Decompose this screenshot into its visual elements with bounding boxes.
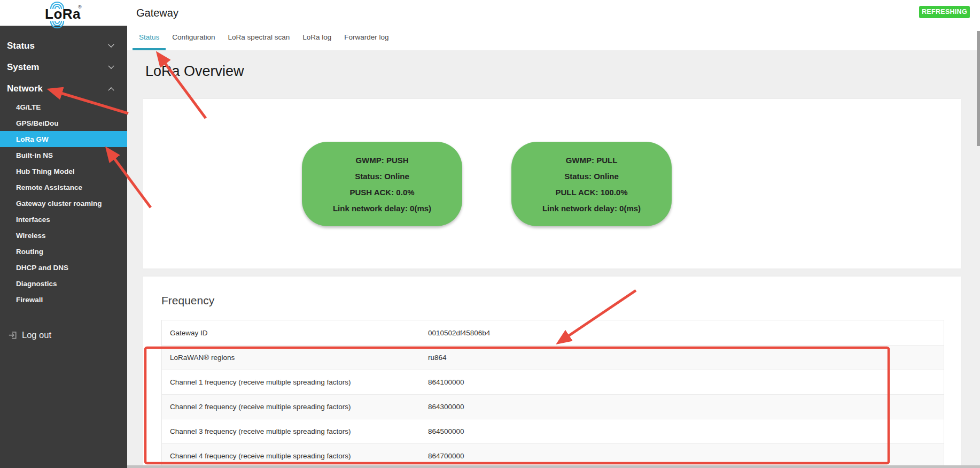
page-title: LoRa Overview [145,63,244,80]
header-bar: LoRa ® Gateway REFRESHING [0,0,980,26]
status-line: GWMP: PUSH [355,156,408,165]
logo-registered-mark: ® [78,4,82,10]
row-label: Gateway ID [170,329,208,337]
page-header-title: Gateway [136,0,178,26]
status-line: Link network delay: 0(ms) [333,204,431,213]
row-value: 864500000 [428,427,464,435]
sidebar-item-4g-lte[interactable]: 4G/LTE [0,99,127,115]
status-line: Status: Online [564,172,619,181]
refreshing-button[interactable]: REFRESHING [919,6,970,18]
chevron-up-icon [108,87,114,93]
sidebar-item-interfaces[interactable]: Interfaces [0,211,127,227]
tab-lora-log[interactable]: LoRa log [296,26,338,50]
row-label: Channel 4 frequency (receive multiple sp… [170,452,351,460]
row-value: 0010502df45806b4 [428,329,490,337]
app-root: LoRa ® Gateway REFRESHING Status System … [0,0,980,468]
logout-button[interactable]: Log out [0,325,127,344]
status-line: GWMP: PULL [566,156,618,165]
frequency-table: Gateway ID 0010502df45806b4 LoRaWAN® reg… [161,320,944,468]
sidebar-item-built-in-ns[interactable]: Built-in NS [0,147,127,163]
status-line: Link network delay: 0(ms) [542,204,641,213]
frequency-heading: Frequency [161,294,214,307]
sidebar-item-dhcp-and-dns[interactable]: DHCP and DNS [0,259,127,275]
tab-forwarder-log[interactable]: Forwarder log [338,26,395,50]
sidebar-item-lora-gw[interactable]: LoRa GW [0,131,127,147]
table-row: LoRaWAN® regions ru864 [162,345,944,370]
sidebar-section-label: Network [7,83,43,94]
row-value: ru864 [428,354,447,362]
tab-bar: Status Configuration LoRa spectral scan … [127,26,980,50]
chevron-down-icon [108,63,114,69]
row-label: Channel 1 frequency (receive multiple sp… [170,378,351,386]
sidebar-section-system[interactable]: System [0,57,127,78]
row-label: Channel 3 frequency (receive multiple sp… [170,427,351,435]
lora-logo: LoRa ® [37,3,85,25]
chevron-down-icon [108,42,114,48]
sidebar-item-firewall[interactable]: Firewall [0,291,127,308]
row-value: 864100000 [428,378,464,386]
status-line: PULL ACK: 100.0% [555,188,627,197]
gwmp-pull-status-card: GWMP: PULL Status: Online PULL ACK: 100.… [511,142,672,226]
row-value: 864300000 [428,403,464,411]
logout-label: Log out [22,330,51,340]
logout-icon [7,330,18,340]
sidebar-item-wireless[interactable]: Wireless [0,227,127,243]
sidebar-item-remote-assistance[interactable]: Remote Assistance [0,179,127,195]
table-row: Channel 3 frequency (receive multiple sp… [162,419,944,443]
sidebar: Status System Network 4G/LTE GPS/BeiDou … [0,26,127,468]
sidebar-item-diagnostics[interactable]: Diagnostics [0,275,127,291]
sidebar-item-gps-beidou[interactable]: GPS/BeiDou [0,115,127,131]
row-label: Channel 2 frequency (receive multiple sp… [170,403,351,411]
table-row: Channel 4 frequency (receive multiple sp… [162,443,944,468]
sidebar-section-label: System [7,62,39,73]
sidebar-section-label: Status [7,41,35,51]
sidebar-item-routing[interactable]: Routing [0,243,127,259]
status-line: Status: Online [355,172,409,181]
row-value: 864700000 [428,452,464,460]
tab-configuration[interactable]: Configuration [166,26,221,50]
window-bottom-edge [127,465,980,468]
overview-card: GWMP: PUSH Status: Online PUSH ACK: 0.0%… [143,99,961,268]
sidebar-section-status[interactable]: Status [0,35,127,57]
table-row: Channel 1 frequency (receive multiple sp… [162,370,944,394]
table-row: Channel 2 frequency (receive multiple sp… [162,394,944,419]
network-submenu: 4G/LTE GPS/BeiDou LoRa GW Built-in NS Hu… [0,99,127,308]
frequency-card: Frequency Gateway ID 0010502df45806b4 Lo… [143,277,961,468]
status-line: PUSH ACK: 0.0% [349,188,414,197]
logo-waves-bottom-icon [49,20,65,29]
sidebar-item-gateway-cluster-roaming[interactable]: Gateway cluster roaming [0,195,127,211]
gwmp-push-status-card: GWMP: PUSH Status: Online PUSH ACK: 0.0%… [302,142,462,226]
table-row: Gateway ID 0010502df45806b4 [162,320,944,345]
sidebar-item-hub-thing-model[interactable]: Hub Thing Model [0,163,127,179]
sidebar-section-network[interactable]: Network [0,78,127,99]
tab-status[interactable]: Status [133,26,166,50]
tab-lora-spectral-scan[interactable]: LoRa spectral scan [222,26,297,50]
vertical-scrollbar-thumb[interactable] [977,31,980,146]
row-label: LoRaWAN® regions [170,354,235,362]
